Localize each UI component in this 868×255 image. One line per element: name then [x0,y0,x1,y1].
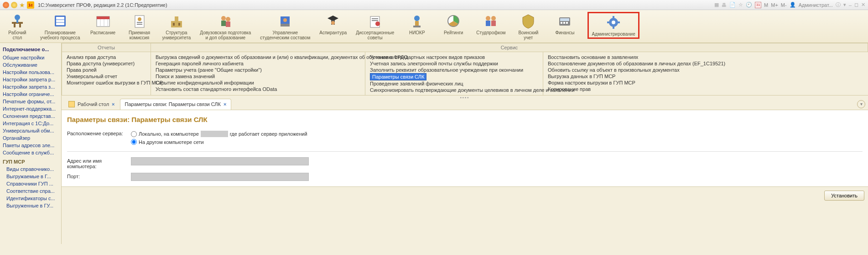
service-link[interactable]: Генерация паролей личного кабинета [156,60,360,67]
collapse-button[interactable]: ▾ [857,100,865,108]
tool-struct[interactable]: Структурауниверситета [162,12,191,40]
tool-prof[interactable]: Студпрофком [476,12,505,35]
tab-home-close-icon[interactable]: × [112,101,114,107]
report-link[interactable]: Универсальный отчет [67,73,146,80]
user-name[interactable]: Администрат... [799,2,833,8]
service-link[interactable]: Форма настроек выгрузки в ГУП МСР [548,80,863,86]
fav-icon[interactable]: ☆ [738,2,743,8]
maximize-icon[interactable]: ◻ [854,2,858,8]
tool-sched[interactable]: Расписание [89,12,117,35]
svg-rect-25 [226,21,230,27]
left-link[interactable]: Универсальный обм... [3,127,58,134]
service-link[interactable]: Установить состав стандартного интерфейс… [156,86,360,92]
report-link[interactable]: Права доступа (университет) [67,60,146,67]
tool-adm[interactable]: Приемнаякомиссия [126,12,153,40]
window-btn-1[interactable] [3,2,9,8]
left-link[interactable]: Интернет-поддержка... [3,105,58,112]
tool-dovuz[interactable]: Довузовская подготовкаи доп образование [200,12,251,40]
tool-desk[interactable]: Рабочийстол [4,12,31,40]
service-link[interactable]: Скрытие конфиденциальной информации [156,80,360,86]
tab-active-close-icon[interactable]: × [223,101,226,107]
report-link[interactable]: Мониторинг ошибок выгрузки в ГУП МСР [67,80,146,86]
mem-mminus[interactable]: M- [781,2,787,8]
service-link[interactable]: Выгрузка данных в ГУП МСР [548,73,863,80]
service-link[interactable]: Синхронизировать подтверждающие документ… [370,87,538,93]
service-link[interactable]: Копирование прав [548,86,863,92]
address-input[interactable] [131,157,309,165]
left-link[interactable]: Печатные формы, от... [3,98,58,105]
service-link[interactable]: Проведение заявлений физических лиц [370,80,538,87]
left-sublink[interactable]: Справочники ГУП ... [6,180,58,187]
minimize-icon[interactable]: – [849,2,852,8]
stud-icon [277,13,293,29]
install-button[interactable]: Установить [824,191,864,201]
tool-stud[interactable]: Управлениестуденческим составом [260,12,310,40]
star-icon[interactable]: ★ [19,2,25,8]
report-link[interactable]: Права ролей [67,67,146,73]
tool-asp[interactable]: Аспирантура [319,12,347,35]
tab-home[interactable]: Рабочий стол × [63,99,120,110]
tool-fin[interactable]: Финансы [551,12,578,35]
service-link[interactable]: Параметры учета (ранее "Общие настройки"… [156,67,360,73]
mem-mplus[interactable]: M+ [771,2,778,8]
service-link-highlighted[interactable]: Параметры связи СЛК [370,73,426,80]
service-link[interactable]: Установка стандартных настроек видов при… [370,54,538,60]
left-sublink[interactable]: Соответствие спра... [6,187,58,195]
rate-icon [445,13,462,29]
doc-icon[interactable]: 📄 [729,2,736,8]
tool-admin[interactable]: Администрирование [587,12,639,39]
tool-label: НИОКР [409,30,425,35]
address-label: Адрес или имя компьютера: [67,157,131,169]
grid-icon[interactable]: ▦ [714,2,719,8]
tool-niokr[interactable]: НИОКР [403,12,431,35]
left-link[interactable]: Общие настройки [3,54,58,61]
calendar-icon[interactable]: 31 [755,2,761,8]
clock-icon[interactable]: 🕘 [746,2,752,8]
tool-diss[interactable]: Диссертационныесоветы [356,12,394,40]
svg-point-35 [375,21,380,26]
tool-rate[interactable]: Рейтинги [440,12,467,35]
info-icon[interactable]: ⓘ [836,1,841,8]
service-link[interactable]: Обновить ссылку на объект в произвольных… [548,67,863,73]
left-link[interactable]: Склонения представ... [3,112,58,120]
left-link[interactable]: Настройки ограниче... [3,90,58,98]
left-sublink[interactable]: Идентификаторы с... [6,195,58,202]
radio-local[interactable] [131,131,137,137]
mil-icon [520,13,536,29]
left-link[interactable]: Настройки запрета з... [3,83,58,90]
left-link[interactable]: Обслуживание [3,61,58,69]
left-link[interactable]: Органайзер [3,134,58,142]
left-link[interactable]: Сообщение в служб... [3,149,58,156]
svg-rect-18 [171,21,182,27]
tab-active[interactable]: Параметры связи: Параметры связи СЛК × [120,99,232,110]
tool-plan[interactable]: Планированиеучебного процесса [40,12,80,40]
service-link[interactable]: Выгрузка сведений о документах об образо… [156,54,360,60]
service-link[interactable]: Заполнить реквизит образовательное учреж… [370,67,538,73]
svg-rect-10 [97,16,109,19]
diss-icon [367,13,383,29]
port-input[interactable] [131,173,309,181]
tool-mil[interactable]: Воинскийучет [515,12,542,40]
service-link[interactable]: Восстановить основание в заявлениях [548,54,863,60]
window-btn-2[interactable] [11,2,17,8]
left-link[interactable]: Настройки запрета р... [3,76,58,83]
service-link[interactable]: Учетная запись электронной почты службы … [370,60,538,67]
left-link[interactable]: Интеграция с 1С:До... [3,120,58,127]
left-sublink[interactable]: Выгружаемые в Г... [6,173,58,180]
service-link[interactable]: Восстановление документов об образовании… [548,60,863,67]
radio-remote[interactable] [131,139,137,145]
svg-point-27 [283,18,287,22]
print-icon[interactable]: 🖶 [722,2,727,8]
service-link[interactable]: Поиск и замена значений [156,73,360,80]
left-sublink[interactable]: Виды справочнико... [6,165,58,173]
left-link[interactable]: Пакеты адресов эле... [3,142,58,149]
prof-icon [483,13,499,29]
asp-icon [325,13,341,29]
left-link[interactable]: Настройки пользова... [3,69,58,76]
mem-m[interactable]: M [764,2,768,8]
dropdown-icon[interactable]: ▾ [843,2,846,8]
close-icon[interactable]: ✕ [861,2,865,8]
tool-label: Аспирантура [319,30,347,35]
report-link[interactable]: Анализ прав доступа [67,54,146,60]
left-sublink[interactable]: Выгруженные в ГУ... [6,202,58,209]
